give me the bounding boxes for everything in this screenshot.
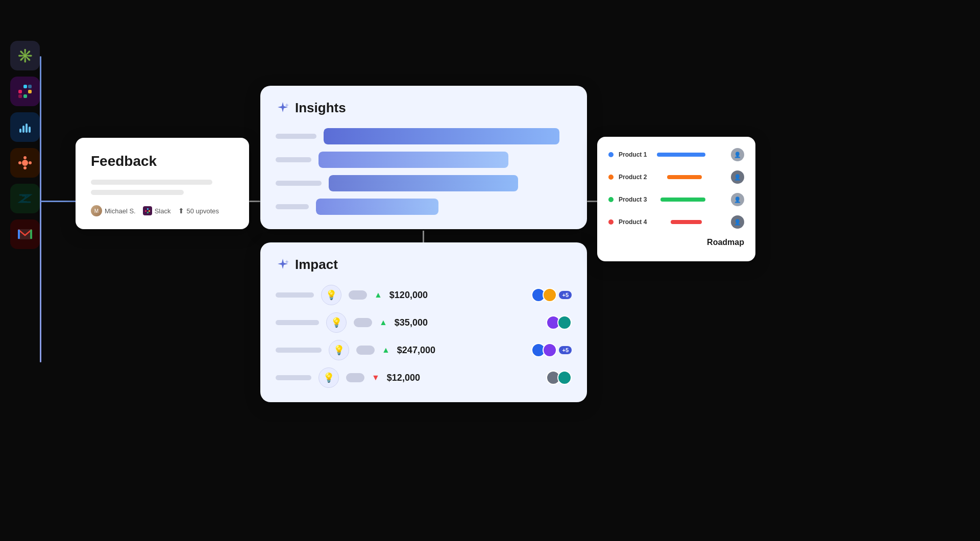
impact-label-4 xyxy=(276,375,311,380)
bar-track-3 xyxy=(329,175,572,191)
insights-card: Insights xyxy=(260,86,587,229)
slack-source-icon xyxy=(143,206,152,215)
toggle-3[interactable] xyxy=(356,346,375,355)
impact-value-1: $120,000 xyxy=(389,290,435,301)
lightbulb-4: 💡 xyxy=(318,367,339,388)
bar-track-2 xyxy=(318,152,572,168)
gantt-container-3 xyxy=(657,198,726,202)
svg-rect-17 xyxy=(18,230,20,239)
impact-row-1: 💡 ▲ $120,000 +5 xyxy=(276,285,572,305)
upvote-icon: ⬆ xyxy=(178,207,184,215)
gantt-bar-3 xyxy=(660,198,705,202)
product-label-4: Product 4 xyxy=(619,218,652,226)
svg-rect-2 xyxy=(23,94,27,98)
gantt-bar-4 xyxy=(671,220,702,224)
av-1-2 xyxy=(543,288,557,302)
impact-rows: 💡 ▲ $120,000 +5 💡 ▲ $35,000 💡 xyxy=(276,285,572,388)
gmail-icon xyxy=(17,229,33,240)
notion-icon: ✳️ xyxy=(17,48,33,64)
impact-label-2 xyxy=(276,320,319,325)
bar-fill-1 xyxy=(324,128,559,144)
svg-rect-22 xyxy=(149,210,150,212)
gantt-container-1 xyxy=(657,153,726,157)
lightbulb-3: 💡 xyxy=(329,340,349,360)
insights-bar-chart xyxy=(276,128,572,215)
svg-rect-0 xyxy=(18,90,22,93)
sidebar-vertical-line xyxy=(40,56,41,362)
impact-row-4: 💡 ▼ $12,000 xyxy=(276,367,572,388)
svg-rect-21 xyxy=(147,212,149,213)
plus-badge-1: +5 xyxy=(559,291,572,299)
lightbulb-1: 💡 xyxy=(321,285,341,305)
roadmap-avatar-3: 👤 xyxy=(731,193,744,206)
avatar-stack-1: +5 xyxy=(531,288,572,302)
bar-row-4 xyxy=(276,199,572,215)
svg-rect-7 xyxy=(22,126,24,133)
trend-up-1: ▲ xyxy=(374,290,382,300)
author-avatar: M xyxy=(91,205,102,216)
slack-icon xyxy=(17,84,33,99)
product-label-2: Product 2 xyxy=(619,174,652,181)
impact-row-3: 💡 ▲ $247,000 +5 xyxy=(276,340,572,360)
gantt-container-4 xyxy=(657,220,726,224)
sidebar-icon-notion[interactable]: ✳️ xyxy=(10,41,40,70)
roadmap-card: Product 1 👤 Product 2 👤 Product 3 👤 xyxy=(597,137,755,261)
impact-sparkle-icon xyxy=(276,258,290,272)
svg-point-12 xyxy=(23,166,27,169)
roadmap-row-2: Product 2 👤 xyxy=(608,170,744,184)
toggle-2[interactable] xyxy=(354,318,372,327)
plus-badge-3: +5 xyxy=(559,346,572,354)
bar-label-2 xyxy=(276,157,311,162)
bar-row-3 xyxy=(276,175,572,191)
sidebar-icon-hubspot[interactable] xyxy=(10,148,40,178)
roadmap-avatar-1: 👤 xyxy=(731,148,744,161)
hubspot-icon xyxy=(17,155,33,170)
sidebar-icon-gmail[interactable] xyxy=(10,219,40,249)
svg-rect-1 xyxy=(23,85,27,88)
impact-label-1 xyxy=(276,292,314,298)
sidebar-icon-intercom[interactable] xyxy=(10,112,40,142)
feedback-line-1 xyxy=(91,180,212,185)
sidebar: ✳️ xyxy=(10,41,40,249)
svg-point-11 xyxy=(23,156,27,159)
gantt-bar-1 xyxy=(657,153,705,157)
sidebar-icon-zendesk[interactable]: Z xyxy=(10,184,40,213)
bar-fill-3 xyxy=(329,175,518,191)
toggle-1[interactable] xyxy=(349,290,367,300)
avatar-stack-3: +5 xyxy=(531,343,572,357)
svg-rect-20 xyxy=(147,208,149,210)
dot-product-1 xyxy=(608,152,614,157)
impact-value-2: $35,000 xyxy=(395,317,440,328)
roadmap-product-rows: Product 1 👤 Product 2 👤 Product 3 👤 xyxy=(608,148,744,229)
feedback-meta: M Michael S. Slack ⬆ 50 upvotes xyxy=(91,205,234,216)
bar-label-3 xyxy=(276,181,322,186)
product-label-1: Product 1 xyxy=(619,151,652,158)
product-label-3: Product 3 xyxy=(619,196,652,203)
bar-label-1 xyxy=(276,134,316,139)
svg-point-13 xyxy=(18,161,21,164)
toggle-4[interactable] xyxy=(346,373,364,382)
feedback-upvotes: ⬆ 50 upvotes xyxy=(178,207,219,215)
impact-title: Impact xyxy=(295,257,338,273)
svg-point-10 xyxy=(22,160,28,166)
svg-rect-9 xyxy=(29,127,31,133)
intercom-icon xyxy=(17,119,33,135)
sidebar-icon-slack[interactable] xyxy=(10,77,40,106)
feedback-to-insights-line xyxy=(249,201,260,202)
avatar-stack-2 xyxy=(546,315,572,330)
svg-rect-8 xyxy=(26,124,28,133)
svg-rect-4 xyxy=(18,94,22,98)
insights-sparkle-icon xyxy=(276,101,290,115)
svg-rect-5 xyxy=(28,85,32,88)
dot-product-2 xyxy=(608,175,614,180)
feedback-card: Feedback M Michael S. Slack ⬆ 50 upvotes xyxy=(76,138,249,229)
svg-rect-19 xyxy=(145,210,146,212)
bar-track-4 xyxy=(316,199,572,215)
roadmap-row-1: Product 1 👤 xyxy=(608,148,744,161)
avatar-stack-4 xyxy=(546,371,572,385)
trend-up-3: ▲ xyxy=(382,346,390,355)
impact-value-3: $247,000 xyxy=(397,345,443,356)
av-3-2 xyxy=(543,343,557,357)
bar-row-1 xyxy=(276,128,572,144)
feedback-source: Slack xyxy=(143,206,171,215)
